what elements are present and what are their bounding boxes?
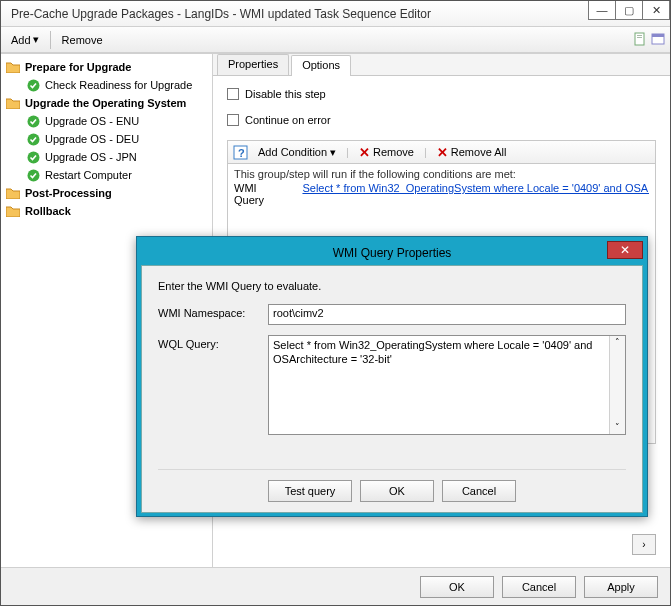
svg-rect-2 — [637, 37, 642, 38]
wmi-query-dialog: WMI Query Properties ✕ Enter the WMI Que… — [136, 236, 648, 517]
maximize-button[interactable]: ▢ — [615, 0, 643, 20]
remove-label: Remove — [62, 34, 103, 46]
apply-label: Apply — [607, 581, 635, 593]
folder-icon — [5, 59, 21, 75]
x-icon: ✕ — [359, 145, 370, 160]
cancel-label: Cancel — [522, 581, 556, 593]
wql-query-value: Select * from Win32_OperatingSystem wher… — [273, 339, 621, 367]
wql-label: WQL Query: — [158, 335, 268, 350]
dialog-footer: Test query OK Cancel — [158, 469, 626, 502]
condition-type: WMI Query — [234, 182, 288, 206]
tree-label: Post-Processing — [25, 187, 112, 199]
tree-label: Rollback — [25, 205, 71, 217]
window-titlebar: Pre-Cache Upgrade Packages - LangIDs - W… — [1, 1, 670, 27]
add-condition-label: Add Condition — [258, 146, 327, 158]
window-buttons: — ▢ ✕ — [589, 0, 670, 20]
continue-error-label: Continue on error — [245, 114, 331, 126]
scroll-right-button[interactable]: › — [632, 534, 656, 555]
check-icon — [25, 113, 41, 129]
disable-step-row[interactable]: Disable this step — [227, 88, 656, 100]
tree-step-jpn[interactable]: Upgrade OS - JPN — [3, 148, 210, 166]
conditions-header: This group/step will run if the followin… — [234, 168, 649, 180]
new-doc-icon[interactable] — [632, 32, 648, 48]
check-icon — [25, 149, 41, 165]
namespace-input[interactable]: root\cimv2 — [268, 304, 626, 325]
tree-group-post[interactable]: Post-Processing — [3, 184, 210, 202]
dialog-body: Enter the WMI Query to evaluate. WMI Nam… — [141, 265, 643, 513]
check-icon — [25, 167, 41, 183]
ok-button[interactable]: OK — [420, 576, 494, 598]
editor-footer: OK Cancel Apply — [1, 567, 670, 605]
tree-label: Restart Computer — [45, 169, 132, 181]
dialog-intro: Enter the WMI Query to evaluate. — [158, 280, 626, 292]
folder-icon — [5, 185, 21, 201]
tab-strip: Properties Options — [213, 54, 670, 76]
window-title: Pre-Cache Upgrade Packages - LangIDs - W… — [11, 7, 431, 21]
apply-button[interactable]: Apply — [584, 576, 658, 598]
scroll-up-icon[interactable]: ˄ — [615, 337, 620, 348]
help-icon[interactable]: ? — [232, 144, 248, 160]
tree-label: Prepare for Upgrade — [25, 61, 131, 73]
properties-icon[interactable] — [650, 32, 666, 48]
tree-group-upgrade-os[interactable]: Upgrade the Operating System — [3, 94, 210, 112]
tab-properties-label: Properties — [228, 58, 278, 70]
remove-all-button[interactable]: ✕ Remove All — [431, 144, 513, 161]
check-icon — [25, 131, 41, 147]
dialog-close-button[interactable]: ✕ — [607, 241, 643, 259]
dialog-cancel-label: Cancel — [462, 485, 496, 497]
dialog-titlebar[interactable]: WMI Query Properties ✕ — [141, 241, 643, 265]
tree-step-enu[interactable]: Upgrade OS - ENU — [3, 112, 210, 130]
folder-icon — [5, 95, 21, 111]
test-query-button[interactable]: Test query — [268, 480, 352, 502]
folder-icon — [5, 203, 21, 219]
tree-label: Upgrade OS - ENU — [45, 115, 139, 127]
tree-label: Upgrade the Operating System — [25, 97, 186, 109]
continue-error-checkbox[interactable] — [227, 114, 239, 126]
add-condition-menu[interactable]: Add Condition ▾ — [252, 145, 342, 160]
disable-step-checkbox[interactable] — [227, 88, 239, 100]
dialog-cancel-button[interactable]: Cancel — [442, 480, 516, 502]
dialog-ok-button[interactable]: OK — [360, 480, 434, 502]
ok-label: OK — [449, 581, 465, 593]
tab-properties[interactable]: Properties — [217, 54, 289, 75]
condition-query-link[interactable]: Select * from Win32_OperatingSystem wher… — [302, 182, 649, 206]
condition-toolbar: ? Add Condition ▾ | ✕ Remove | ✕ Remove … — [227, 140, 656, 164]
condition-row[interactable]: WMI Query Select * from Win32_OperatingS… — [234, 182, 649, 206]
remove-condition-label: Remove — [373, 146, 414, 158]
svg-rect-4 — [652, 34, 664, 37]
continue-error-row[interactable]: Continue on error — [227, 114, 656, 126]
tab-options-label: Options — [302, 59, 340, 71]
tree-group-rollback[interactable]: Rollback — [3, 202, 210, 220]
namespace-label: WMI Namespace: — [158, 304, 268, 319]
minimize-button[interactable]: — — [588, 0, 616, 20]
tree-step-deu[interactable]: Upgrade OS - DEU — [3, 130, 210, 148]
tree-step-readiness[interactable]: Check Readiness for Upgrade — [3, 76, 210, 94]
toolbar-separator — [50, 31, 51, 49]
dialog-ok-label: OK — [389, 485, 405, 497]
namespace-value: root\cimv2 — [273, 307, 324, 319]
close-button[interactable]: ✕ — [642, 0, 670, 20]
tree-step-restart[interactable]: Restart Computer — [3, 166, 210, 184]
tab-options[interactable]: Options — [291, 55, 351, 76]
main-toolbar: Add ▾ Remove — [1, 27, 670, 53]
add-menu[interactable]: Add ▾ — [5, 31, 45, 48]
add-label: Add — [11, 34, 31, 46]
wql-query-input[interactable]: Select * from Win32_OperatingSystem wher… — [268, 335, 626, 435]
svg-rect-0 — [635, 33, 644, 45]
cancel-button[interactable]: Cancel — [502, 576, 576, 598]
svg-text:?: ? — [238, 147, 245, 159]
check-icon — [25, 77, 41, 93]
textarea-scrollbar[interactable]: ˄ ˅ — [609, 336, 625, 434]
svg-rect-1 — [637, 35, 642, 36]
remove-condition-button[interactable]: ✕ Remove — [353, 144, 420, 161]
tree-label: Upgrade OS - DEU — [45, 133, 139, 145]
remove-button[interactable]: Remove — [56, 32, 109, 48]
remove-all-label: Remove All — [451, 146, 507, 158]
chevron-down-icon: ▾ — [330, 146, 336, 159]
scroll-down-icon[interactable]: ˅ — [615, 422, 620, 433]
chevron-down-icon: ▾ — [33, 33, 39, 46]
test-query-label: Test query — [285, 485, 336, 497]
tree-group-prepare[interactable]: Prepare for Upgrade — [3, 58, 210, 76]
tree-label: Check Readiness for Upgrade — [45, 79, 192, 91]
x-icon: ✕ — [437, 145, 448, 160]
